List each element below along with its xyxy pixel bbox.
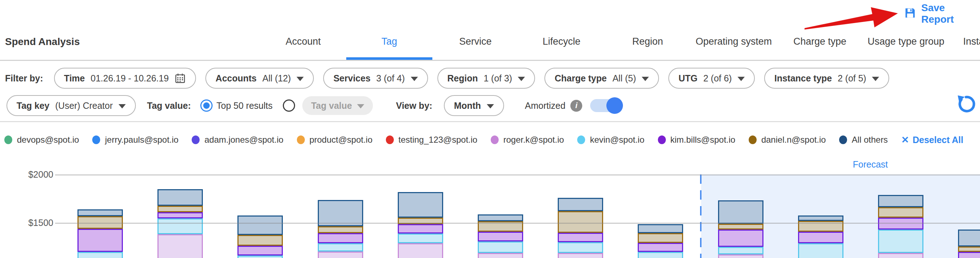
pill-label: Services: [333, 73, 371, 84]
pill-value: All (5): [612, 73, 636, 84]
filter-pill-charge-type[interactable]: Charge typeAll (5): [544, 68, 659, 89]
legend-item-adam-jones-spot-io[interactable]: adam.jones@spot.io: [192, 135, 283, 145]
bar-4-segment-roger-k-spot-io: [318, 252, 363, 258]
bar-8-segment-daniel-n-spot-io: [638, 233, 683, 243]
active-tab-underline: [346, 57, 432, 60]
pill-value: 3 (of 4): [376, 73, 405, 84]
tag-value-label: Tag value:: [147, 100, 191, 111]
filter-by-label: Filter by:: [5, 73, 43, 84]
bar-3-segment-all-others: [237, 215, 283, 235]
legend-label: All others: [852, 135, 888, 145]
tab-charge-type[interactable]: Charge type: [777, 36, 863, 47]
tag-value-dropdown-label: Tag value: [311, 100, 352, 111]
bar-2-segment-all-others: [158, 189, 203, 206]
bar-1-segment-kevin-spot-io: [78, 252, 123, 258]
legend-item-jerry-pauls-spot-io[interactable]: jerry.pauls@spot.io: [92, 135, 178, 145]
view-by-dropdown[interactable]: Month: [444, 95, 504, 116]
legend-label: adam.jones@spot.io: [204, 135, 283, 145]
deselect-all-button[interactable]: ✕Deselect All: [901, 134, 963, 146]
legend-item-kevin-spot-io[interactable]: kevin@spot.io: [577, 135, 644, 145]
tag-value-radio[interactable]: [283, 99, 295, 112]
gridline-1500: [55, 223, 980, 224]
filter-pill-instance-type[interactable]: Instance type2 (of 5): [764, 68, 889, 89]
legend-item-daniel-n-spot-io[interactable]: daniel.n@spot.io: [749, 135, 826, 145]
amortized-toggle[interactable]: [590, 99, 621, 112]
legend-label: testing_123@spot.io: [398, 135, 477, 145]
caret-down-icon: [357, 104, 364, 108]
info-icon[interactable]: i: [570, 100, 582, 112]
bar-8-segment-kim-bills-spot-io: [638, 243, 683, 252]
bar-7-segment-all-others: [558, 198, 603, 211]
top-50-results-radio[interactable]: [200, 99, 213, 112]
bar-11-segment-all-others: [878, 195, 923, 207]
bar-11-segment-daniel-n-spot-io: [878, 207, 923, 218]
close-icon: ✕: [901, 134, 909, 146]
view-by-value: Month: [454, 100, 481, 111]
tab-usage-type-group[interactable]: Usage type group: [863, 36, 949, 47]
tag-key-dropdown[interactable]: Tag key (User) Creator: [6, 95, 136, 116]
legend-item-roger-k-spot-io[interactable]: roger.k@spot.io: [491, 135, 564, 145]
bar-9-segment-daniel-n-spot-io: [718, 224, 764, 229]
tab-instance-type[interactable]: Instance type: [949, 36, 980, 47]
bar-3-segment-daniel-n-spot-io: [237, 235, 283, 245]
tag-key-label: Tag key: [17, 100, 49, 111]
tab-service[interactable]: Service: [432, 36, 519, 47]
y-tick-label: $1500: [14, 218, 53, 228]
legend-dot: [491, 135, 499, 144]
save-report-button[interactable]: Save Report: [904, 2, 980, 25]
legend-item-all-others[interactable]: All others: [839, 135, 888, 145]
filter-pill-utg[interactable]: UTG2 (of 6): [668, 68, 755, 89]
pill-value: 01.26.19 - 10.26.19: [91, 73, 169, 84]
deselect-all-label: Deselect All: [913, 135, 963, 145]
tag-value-dropdown-disabled[interactable]: Tag value: [302, 96, 372, 115]
filter-pill-time[interactable]: Time01.26.19 - 10.26.19: [54, 68, 196, 89]
bar-9-segment-roger-k-spot-io: [718, 255, 764, 258]
bar-6-segment-roger-k-spot-io: [478, 253, 523, 258]
legend-dot: [386, 135, 394, 144]
bar-6-segment-kevin-spot-io: [478, 241, 523, 253]
tab-operating-system[interactable]: Operating system: [691, 36, 777, 47]
pill-label: Charge type: [555, 73, 606, 84]
bar-7-segment-daniel-n-spot-io: [558, 211, 603, 233]
tab-bar: AccountTagServiceLifecycleRegionOperatin…: [260, 36, 980, 47]
legend-dot: [749, 135, 757, 144]
view-by-label: View by:: [396, 100, 432, 111]
bar-3-segment-kevin-spot-io: [237, 255, 283, 258]
tag-key-value: (User) Creator: [55, 100, 113, 111]
amortized-label: Amortized: [525, 100, 566, 111]
filter-pill-region[interactable]: Region1 (of 3): [438, 68, 535, 89]
tab-lifecycle[interactable]: Lifecycle: [519, 36, 605, 47]
toggle-knob: [606, 97, 623, 114]
top-50-results-label: Top 50 results: [216, 100, 273, 111]
filter-row: Filter by: Time01.26.19 - 10.26.19Accoun…: [5, 68, 889, 89]
legend-item-kim-bills-spot-io[interactable]: kim.bills@spot.io: [658, 135, 735, 145]
tab-account[interactable]: Account: [260, 36, 346, 47]
legend-label: daniel.n@spot.io: [761, 135, 826, 145]
legend-item-devops-spot-io[interactable]: devops@spot.io: [4, 135, 79, 145]
page-title: Spend Analysis: [5, 36, 80, 48]
bar-1-segment-all-others: [78, 209, 123, 216]
filter-pills: Time01.26.19 - 10.26.19AccountsAll (12)S…: [54, 68, 889, 89]
reset-filters-button[interactable]: [955, 93, 977, 117]
y-tick-label: $2000: [14, 169, 53, 180]
legend-label: devops@spot.io: [17, 135, 79, 145]
filter-pill-accounts[interactable]: AccountsAll (12): [205, 68, 314, 89]
bar-5-segment-all-others: [398, 192, 443, 218]
bar-8-segment-all-others: [638, 224, 683, 233]
tab-region[interactable]: Region: [605, 36, 691, 47]
bar-2-segment-roger-k-spot-io: [158, 234, 203, 258]
chart-legend: devops@spot.iojerry.pauls@spot.ioadam.jo…: [4, 134, 963, 146]
legend-label: kevin@spot.io: [590, 135, 644, 145]
bar-9-segment-kevin-spot-io: [718, 247, 764, 255]
calendar-icon: [174, 72, 186, 84]
caret-down-icon: [518, 77, 525, 81]
bar-7-segment-roger-k-spot-io: [558, 253, 603, 258]
filter-pill-services[interactable]: Services3 (of 4): [323, 68, 428, 89]
legend-item-product-spot-io[interactable]: product@spot.io: [297, 135, 372, 145]
bar-9-segment-kim-bills-spot-io: [718, 229, 764, 247]
legend-item-testing-123-spot-io[interactable]: testing_123@spot.io: [386, 135, 477, 145]
tab-tag[interactable]: Tag: [346, 36, 432, 47]
forecast-label: Forecast: [853, 159, 888, 170]
bar-9-segment-all-others: [718, 200, 764, 224]
caret-down-icon: [411, 77, 418, 81]
